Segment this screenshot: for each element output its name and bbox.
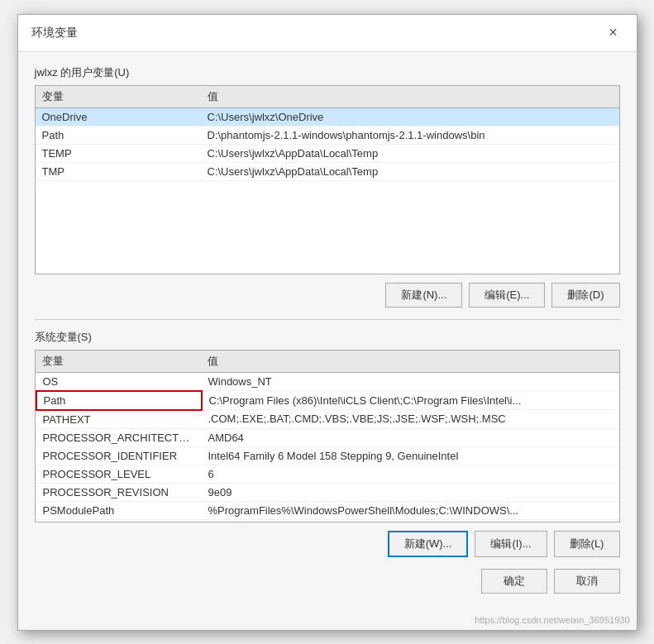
- sys-var-cell: PROCESSOR_IDENTIFIER: [36, 446, 202, 465]
- dialog-body: jwlxz 的用户变量(U) 变量 值: [18, 52, 637, 613]
- sys-table-wrapper[interactable]: OSWindows_NTPathC:\Program Files (x86)\I…: [36, 373, 619, 522]
- section-divider: [35, 319, 620, 320]
- user-table-wrapper[interactable]: OneDriveC:\Users\jwlxz\OneDrivePathD:\ph…: [36, 108, 619, 274]
- user-col-var-header: 变量: [36, 86, 201, 108]
- sys-table-row[interactable]: PROCESSOR_ARCHITECTUREAMD64: [36, 428, 619, 446]
- ok-button[interactable]: 确定: [481, 569, 547, 594]
- user-val-cell: C:\Users\jwlxz\OneDrive: [201, 108, 619, 126]
- sys-edit-button[interactable]: 编辑(I)...: [475, 531, 547, 557]
- user-val-cell: D:\phantomjs-2.1.1-windows\phantomjs-2.1…: [201, 126, 619, 144]
- sys-var-cell: Path: [36, 391, 202, 410]
- user-btn-row: 新建(N)... 编辑(E)... 删除(D): [35, 283, 620, 308]
- sys-var-cell: PROCESSOR_REVISION: [36, 483, 202, 501]
- sys-val-cell: .COM;.EXE;.BAT;.CMD;.VBS;.VBE;JS;.JSE;.W…: [202, 410, 619, 429]
- user-variables-body-table: OneDriveC:\Users\jwlxz\OneDrivePathD:\ph…: [36, 108, 619, 181]
- user-table-row[interactable]: TEMPC:\Users\jwlxz\AppData\Local\Temp: [36, 144, 619, 162]
- close-button[interactable]: ×: [604, 23, 623, 43]
- user-table-header: 变量 值: [36, 86, 619, 108]
- sys-table-row[interactable]: PSModulePath%ProgramFiles%\WindowsPowerS…: [36, 501, 619, 519]
- user-var-cell: TEMP: [36, 144, 201, 162]
- sys-val-cell: AMD64: [202, 428, 619, 446]
- user-val-cell: C:\Users\jwlxz\AppData\Local\Temp: [201, 144, 619, 162]
- sys-var-cell: PROCESSOR_ARCHITECTURE: [36, 428, 202, 446]
- user-col-val-header: 值: [201, 86, 619, 108]
- sys-variables-body-table: OSWindows_NTPathC:\Program Files (x86)\I…: [36, 373, 619, 520]
- footer-btn-row: 确定 取消: [35, 569, 620, 600]
- user-table-row[interactable]: PathD:\phantomjs-2.1.1-windows\phantomjs…: [36, 126, 619, 144]
- system-variables-table-container: 变量 值 OSWindows_NTPathC:\Program Files (x…: [35, 350, 620, 522]
- user-var-cell: TMP: [36, 162, 201, 180]
- user-val-cell: C:\Users\jwlxz\AppData\Local\Temp: [201, 162, 619, 180]
- sys-table-row[interactable]: PATHEXT.COM;.EXE;.BAT;.CMD;.VBS;.VBE;JS;…: [36, 410, 619, 429]
- sys-val-cell: 6: [202, 465, 619, 483]
- user-var-cell: Path: [36, 126, 201, 144]
- system-section-label: 系统变量(S): [35, 330, 620, 345]
- user-variables-table-container: 变量 值 OneDriveC:\Users\jwlxz\OneDrivePath…: [35, 85, 620, 274]
- sys-val-cell: Intel64 Family 6 Model 158 Stepping 9, G…: [202, 446, 619, 465]
- dialog-title: 环境变量: [31, 26, 78, 41]
- sys-btn-row: 新建(W)... 编辑(I)... 删除(L): [35, 531, 620, 557]
- sys-var-cell: OS: [36, 373, 202, 391]
- cancel-button[interactable]: 取消: [554, 569, 620, 594]
- sys-table-row[interactable]: PROCESSOR_REVISION9e09: [36, 483, 619, 501]
- sys-table-row[interactable]: PROCESSOR_IDENTIFIERIntel64 Family 6 Mod…: [36, 446, 619, 465]
- user-var-cell: OneDrive: [36, 108, 201, 126]
- sys-table-header: 变量 值: [36, 351, 619, 373]
- sys-table-row[interactable]: PROCESSOR_LEVEL6: [36, 465, 619, 483]
- sys-col-val-header: 值: [201, 351, 619, 373]
- sys-var-cell: PROCESSOR_LEVEL: [36, 465, 202, 483]
- user-delete-button[interactable]: 删除(D): [551, 283, 619, 308]
- sys-delete-button[interactable]: 删除(L): [554, 531, 620, 557]
- user-new-button[interactable]: 新建(N)...: [385, 283, 462, 308]
- sys-val-cell: 9e09: [202, 483, 619, 501]
- user-table-row[interactable]: TMPC:\Users\jwlxz\AppData\Local\Temp: [36, 162, 619, 180]
- system-variables-table: 变量 值: [36, 351, 619, 373]
- sys-new-button[interactable]: 新建(W)...: [388, 531, 469, 557]
- sys-var-cell: PSModulePath: [36, 501, 202, 519]
- sys-val-cell: %ProgramFiles%\WindowsPowerShell\Modules…: [202, 501, 619, 519]
- environment-variables-dialog: 环境变量 × jwlxz 的用户变量(U) 变量 值: [17, 14, 637, 631]
- user-section-label: jwlxz 的用户变量(U): [35, 65, 620, 80]
- watermark: https://blog.csdn.net/weixin_36951930: [18, 613, 637, 630]
- sys-col-var-header: 变量: [36, 351, 201, 373]
- user-table-row[interactable]: OneDriveC:\Users\jwlxz\OneDrive: [36, 108, 619, 126]
- user-edit-button[interactable]: 编辑(E)...: [469, 283, 545, 308]
- sys-var-cell: PATHEXT: [36, 410, 202, 429]
- sys-val-cell: C:\Program Files (x86)\Intel\iCLS Client…: [202, 391, 619, 410]
- sys-table-row[interactable]: OSWindows_NT: [36, 373, 619, 391]
- title-bar: 环境变量 ×: [18, 15, 637, 52]
- sys-val-cell: Windows_NT: [202, 373, 619, 391]
- sys-table-row[interactable]: PathC:\Program Files (x86)\Intel\iCLS Cl…: [36, 391, 619, 410]
- user-variables-table: 变量 值: [36, 86, 619, 108]
- system-variables-section: 系统变量(S) 变量 值: [35, 330, 620, 557]
- user-variables-section: jwlxz 的用户变量(U) 变量 值: [35, 65, 620, 308]
